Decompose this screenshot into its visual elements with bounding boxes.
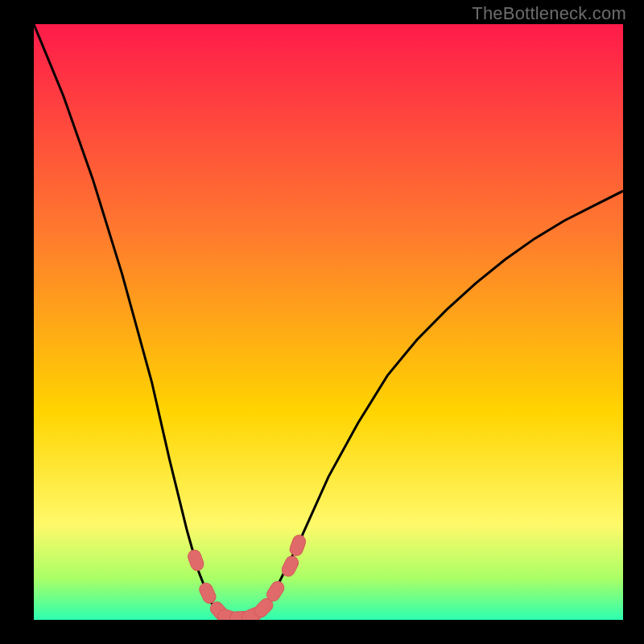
bottleneck-chart <box>34 24 623 620</box>
outer-frame: TheBottleneck.com <box>0 0 644 644</box>
gradient-bg <box>34 24 623 620</box>
watermark-text: TheBottleneck.com <box>472 3 626 24</box>
plot-area <box>34 24 623 620</box>
